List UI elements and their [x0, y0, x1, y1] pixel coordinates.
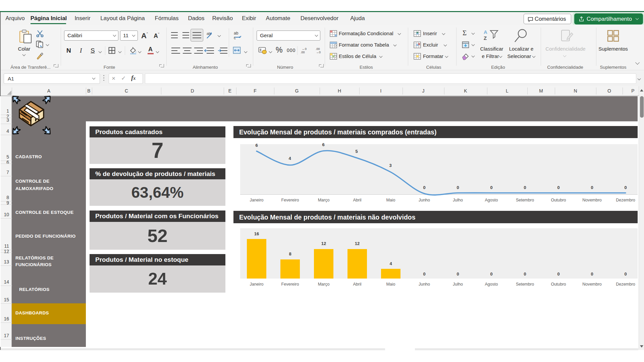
svg-text:ab: ab: [207, 32, 211, 36]
svg-text:Z: Z: [484, 35, 487, 41]
svg-text:A: A: [484, 29, 487, 35]
svg-text:.00: .00: [316, 47, 320, 51]
svg-text:c: c: [234, 36, 236, 40]
svg-text:←0: ←0: [302, 47, 307, 51]
svg-text:ab: ab: [234, 31, 238, 36]
svg-text:¢: ¢: [260, 48, 262, 52]
svg-text:.00: .00: [301, 51, 305, 54]
svg-text:→0: →0: [316, 51, 321, 54]
